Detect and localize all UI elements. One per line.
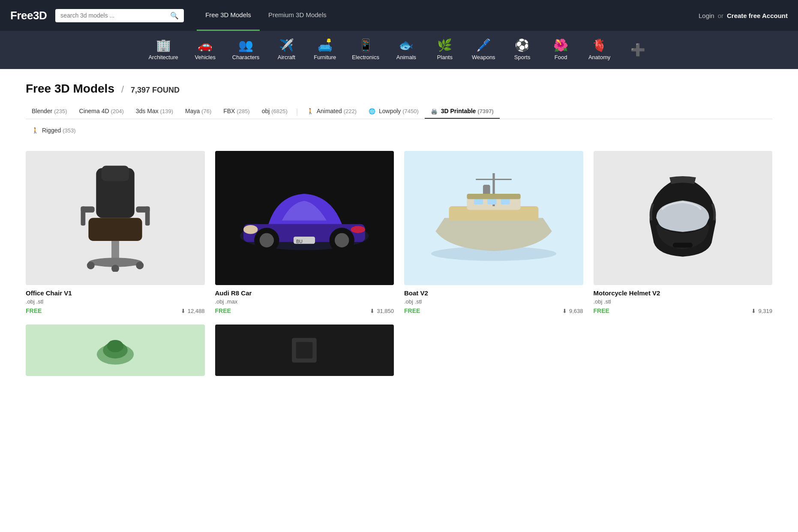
anatomy-icon: 🫀 (592, 39, 607, 51)
download-icon: ⬇ (562, 308, 567, 314)
download-icon: ⬇ (181, 308, 186, 314)
header: Free3D 🔍 Free 3D Models Premium 3D Model… (0, 0, 798, 31)
filter-blender[interactable]: Blender (235) (26, 104, 73, 119)
login-link[interactable]: Login (699, 12, 714, 19)
filter-3dsmax[interactable]: 3ds Max (139) (130, 104, 179, 119)
header-auth: Login or Create free Account (699, 12, 788, 19)
model-bottom-audi: FREE ⬇ 31,850 (215, 307, 394, 314)
filter-fbx[interactable]: FBX (285) (217, 104, 255, 119)
svg-rect-7 (111, 241, 119, 260)
cat-food[interactable]: 🌺 Food (542, 36, 580, 64)
model-thumb-item6 (215, 325, 394, 376)
filter-lowpoly[interactable]: 🌐 Lowpoly (7450) (363, 104, 425, 119)
filter-rigged[interactable]: 🚶 Rigged (353) (26, 123, 82, 138)
plants-icon: 🌿 (437, 39, 452, 51)
chair-svg (44, 164, 187, 272)
cat-label-animals: Animals (396, 54, 416, 60)
models-grid: Office Chair V1 .obj .stl FREE ⬇ 12,488 (26, 151, 772, 380)
cat-vehicles[interactable]: 🚗 Vehicles (186, 36, 225, 64)
svg-text:BU: BU (296, 239, 302, 244)
animated-icon: 🚶 (307, 108, 314, 114)
model-thumb-office-chair (26, 151, 205, 285)
main-content: Free 3D Models / 7,397 FOUND Blender (23… (0, 69, 798, 393)
characters-icon: 👥 (238, 39, 253, 51)
svg-point-19 (351, 226, 365, 233)
cat-label-weapons: Weapons (472, 54, 495, 60)
model-card-item5[interactable] (26, 325, 205, 380)
cat-sports[interactable]: ⚽ Sports (503, 36, 542, 64)
model-price-audi: FREE (215, 307, 231, 314)
model-thumb-audi: BU (215, 151, 394, 285)
model-bottom-boat: FREE ⬇ 9,638 (404, 307, 583, 314)
svg-rect-37 (296, 342, 312, 358)
filter-obj[interactable]: obj (6825) (256, 104, 294, 119)
search-button[interactable]: 🔍 (170, 12, 179, 20)
model-card-helmet[interactable]: Motorcycle Helmet V2 .obj .stl FREE ⬇ 9,… (594, 151, 773, 314)
svg-point-35 (107, 340, 123, 352)
filter-row-formats: Blender (235) Cinema 4D (204) 3ds Max (1… (26, 104, 772, 119)
svg-rect-31 (467, 194, 520, 199)
food-icon: 🌺 (553, 39, 568, 51)
site-logo[interactable]: Free3D (10, 9, 47, 22)
model-card-audi[interactable]: BU Audi R8 Car .obj .max FREE ⬇ 31,850 (215, 151, 394, 314)
main-nav: Free 3D Models Premium 3D Models (197, 0, 335, 31)
dark-item-svg (233, 330, 376, 371)
animals-icon: 🐟 (399, 39, 414, 51)
cat-aircraft[interactable]: ✈️ Aircraft (267, 36, 306, 64)
svg-point-9 (87, 262, 95, 270)
cat-animals[interactable]: 🐟 Animals (387, 36, 426, 64)
auth-or: or (718, 12, 723, 19)
model-downloads-office-chair: ⬇ 12,488 (181, 308, 205, 314)
create-account-button[interactable]: Create free Account (727, 12, 788, 19)
model-formats-office-chair: .obj .stl (26, 298, 205, 305)
filter-cinema4d[interactable]: Cinema 4D (204) (73, 104, 130, 119)
filter-3dprintable[interactable]: 🖨️ 3D Printable (7397) (425, 104, 500, 119)
cat-characters[interactable]: 👥 Characters (225, 36, 267, 64)
search-input[interactable] (60, 12, 167, 19)
car-svg: BU (233, 164, 376, 272)
tab-premium-models[interactable]: Premium 3D Models (260, 0, 335, 31)
model-card-boat[interactable]: Boat V2 .obj .stl FREE ⬇ 9,638 (404, 151, 583, 314)
page-title: Free 3D Models (26, 82, 114, 96)
model-card-office-chair[interactable]: Office Chair V1 .obj .stl FREE ⬇ 12,488 (26, 151, 205, 314)
page-title-row: Free 3D Models / 7,397 FOUND (26, 82, 772, 96)
found-count: 7,397 FOUND (131, 86, 180, 95)
search-bar: 🔍 (55, 9, 184, 22)
cat-label-sports: Sports (514, 54, 531, 60)
download-icon: ⬇ (751, 308, 756, 314)
model-card-item6[interactable] (215, 325, 394, 380)
filter-maya[interactable]: Maya (76) (179, 104, 217, 119)
green-item-svg (44, 330, 187, 371)
cat-label-food: Food (555, 54, 567, 60)
model-price-helmet: FREE (594, 307, 609, 314)
cat-label-characters: Characters (232, 54, 260, 60)
cat-more[interactable]: ➕ (619, 39, 657, 60)
cat-electronics[interactable]: 📱 Electronics (344, 36, 387, 64)
model-name-audi: Audi R8 Car (215, 289, 394, 297)
filter-animated[interactable]: 🚶 Animated (222) (301, 104, 363, 119)
model-thumb-item5 (26, 325, 205, 376)
cat-label-furniture: Furniture (314, 54, 336, 60)
cat-weapons[interactable]: 🖊️ Weapons (464, 36, 503, 64)
tab-free-models[interactable]: Free 3D Models (197, 0, 260, 31)
model-downloads-boat: ⬇ 9,638 (562, 308, 583, 314)
cat-label-electronics: Electronics (352, 54, 379, 60)
model-thumb-boat (404, 151, 583, 285)
svg-rect-1 (102, 166, 129, 181)
cat-label-vehicles: Vehicles (195, 54, 216, 60)
cat-furniture[interactable]: 🛋️ Furniture (306, 36, 344, 64)
filter-sep: | (294, 107, 301, 116)
svg-rect-32 (673, 243, 693, 248)
cat-anatomy[interactable]: 🫀 Anatomy (580, 36, 619, 64)
model-formats-audi: .obj .max (215, 298, 394, 305)
more-icon: ➕ (630, 43, 645, 57)
category-nav: 🏢 Architecture 🚗 Vehicles 👥 Characters ✈… (0, 31, 798, 69)
model-formats-helmet: .obj .stl (594, 298, 773, 305)
title-slash: / (121, 84, 124, 95)
svg-point-10 (136, 262, 144, 270)
weapons-icon: 🖊️ (476, 39, 491, 51)
cat-plants[interactable]: 🌿 Plants (426, 36, 464, 64)
model-price-boat: FREE (404, 307, 420, 314)
svg-point-17 (335, 233, 349, 247)
cat-architecture[interactable]: 🏢 Architecture (141, 36, 186, 64)
